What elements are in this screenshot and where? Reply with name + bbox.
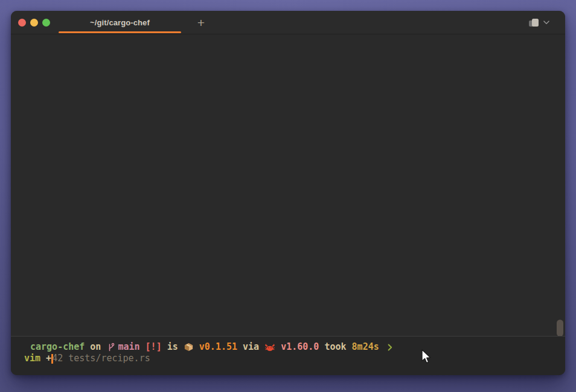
package-emoji-icon — [184, 342, 194, 352]
titlebar-right-controls — [528, 11, 549, 34]
prompt-via-word: via — [237, 341, 264, 353]
traffic-lights — [11, 19, 50, 27]
terminal-window: ~/git/cargo-chef + — [11, 11, 565, 375]
typed-command: vim — [24, 353, 40, 364]
typed-flag: + — [40, 353, 51, 364]
prompt-branch-name: main — [118, 341, 139, 353]
prompt-git-status: [!] — [140, 341, 162, 353]
prompt-is-word: is — [162, 341, 184, 353]
prompt-duration: 8m24s — [352, 341, 379, 353]
git-branch-icon — [107, 343, 115, 352]
maximize-button[interactable] — [42, 19, 50, 27]
prompt-package-version: v0.1.51 — [199, 341, 237, 353]
prompt-on-word: on — [85, 341, 106, 353]
prompt-rust-version: v1.60.0 — [281, 341, 319, 353]
scrollbar-thumb[interactable] — [557, 320, 563, 337]
new-tab-button[interactable]: + — [190, 11, 213, 34]
crab-emoji-icon — [264, 343, 275, 352]
close-button[interactable] — [18, 19, 26, 27]
terminal-output-area[interactable] — [11, 34, 565, 336]
prompt-directory: cargo-chef — [30, 341, 85, 353]
desktop-background: ~/git/cargo-chef + — [0, 0, 576, 392]
tab-title: ~/git/cargo-chef — [90, 18, 150, 27]
chevron-right-icon — [388, 344, 392, 351]
prompt-took-word: took — [319, 341, 351, 353]
tab-cargo-chef[interactable]: ~/git/cargo-chef — [59, 11, 181, 34]
minimize-button[interactable] — [30, 19, 38, 27]
terminal-input-block: cargo-chef on main [!] is — [11, 336, 565, 375]
active-tab-indicator — [59, 31, 181, 33]
prompt-line: cargo-chef on main [!] is — [11, 337, 565, 353]
overlapping-panes-icon[interactable] — [528, 18, 540, 28]
titlebar[interactable]: ~/git/cargo-chef + — [11, 11, 565, 34]
chevron-down-icon[interactable] — [543, 21, 549, 25]
command-input-line[interactable]: vim +42 tests/recipe.rs — [11, 353, 565, 364]
mouse-cursor — [420, 349, 431, 365]
autosuggestion-text: 42 tests/recipe.rs — [52, 353, 150, 364]
